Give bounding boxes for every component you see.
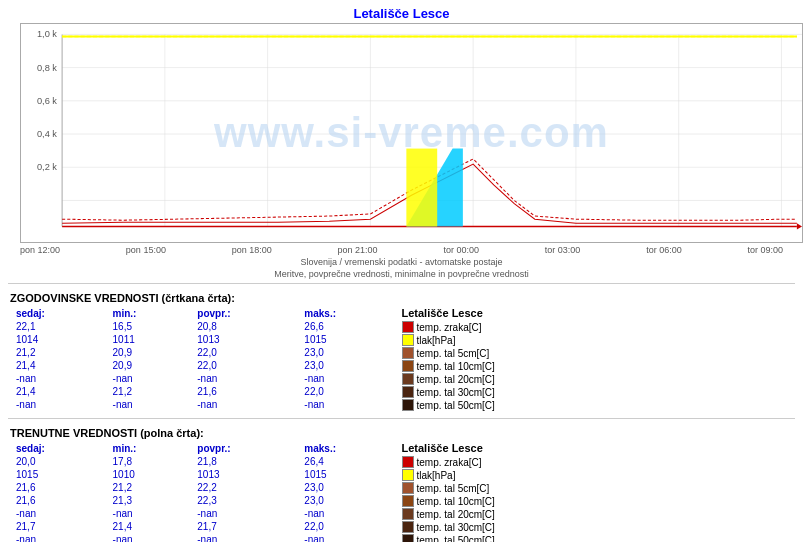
- table-cell: 21,7: [191, 520, 298, 533]
- table-cell: 23,0: [298, 481, 401, 494]
- x-label-5: tor 03:00: [545, 245, 581, 255]
- legend-item: temp. tal 10cm[C]: [402, 360, 794, 372]
- table-cell: -nan: [10, 372, 107, 385]
- chart-subtitle2: Meritve, povprečne vrednosti, minimalne …: [0, 269, 803, 279]
- legend-color: [402, 508, 414, 520]
- table-cell: 1010: [107, 468, 192, 481]
- historical-title: ZGODOVINSKE VREDNOSTI (črtkana črta):: [10, 292, 793, 304]
- current-table-col: sedaj: min.: povpr.: maks.: 20,017,821,8…: [10, 442, 402, 542]
- legend-label: temp. tal 5cm[C]: [417, 483, 490, 494]
- table-cell: -nan: [191, 507, 298, 520]
- svg-rect-25: [406, 149, 437, 227]
- legend-color: [402, 534, 414, 542]
- table-cell: 17,8: [107, 455, 192, 468]
- hist-header-3: maks.:: [298, 307, 401, 320]
- legend-label: tlak[hPa]: [417, 470, 456, 481]
- table-cell: -nan: [298, 507, 401, 520]
- table-cell: -nan: [298, 398, 401, 411]
- table-cell: 26,6: [298, 320, 401, 333]
- svg-text:0,2 k: 0,2 k: [37, 162, 57, 172]
- legend-color: [402, 386, 414, 398]
- table-cell: 21,8: [191, 455, 298, 468]
- table-cell: 22,2: [191, 481, 298, 494]
- table-cell: 21,4: [107, 520, 192, 533]
- legend-color: [402, 469, 414, 481]
- table-cell: -nan: [298, 372, 401, 385]
- table-cell: -nan: [191, 372, 298, 385]
- historical-section: ZGODOVINSKE VREDNOSTI (črtkana črta): se…: [0, 288, 803, 414]
- x-label-6: tor 06:00: [646, 245, 682, 255]
- legend-item: temp. zraka[C]: [402, 456, 794, 468]
- current-content: sedaj: min.: povpr.: maks.: 20,017,821,8…: [10, 442, 793, 542]
- table-cell: -nan: [107, 507, 192, 520]
- curr-header-3: maks.:: [298, 442, 401, 455]
- table-cell: -nan: [107, 372, 192, 385]
- table-cell: 21,7: [10, 520, 107, 533]
- x-label-2: pon 18:00: [232, 245, 272, 255]
- svg-text:1,0 k: 1,0 k: [37, 29, 57, 39]
- table-cell: 21,6: [10, 494, 107, 507]
- legend-label: tlak[hPa]: [417, 335, 456, 346]
- legend-label: temp. tal 50cm[C]: [417, 535, 495, 543]
- table-cell: -nan: [298, 533, 401, 542]
- table-cell: 22,0: [298, 520, 401, 533]
- table-cell: -nan: [10, 398, 107, 411]
- table-cell: -nan: [107, 398, 192, 411]
- svg-marker-21: [797, 223, 802, 229]
- legend-item: temp. tal 10cm[C]: [402, 495, 794, 507]
- legend-color: [402, 347, 414, 359]
- table-cell: 20,9: [107, 346, 192, 359]
- legend-item: temp. zraka[C]: [402, 321, 794, 333]
- divider1: [8, 283, 795, 284]
- legend-item: tlak[hPa]: [402, 334, 794, 346]
- table-cell: -nan: [10, 507, 107, 520]
- table-cell: -nan: [107, 533, 192, 542]
- table-cell: 22,3: [191, 494, 298, 507]
- legend-item: temp. tal 50cm[C]: [402, 399, 794, 411]
- current-legend-col: Letališče Lesce temp. zraka[C]tlak[hPa]t…: [402, 442, 794, 542]
- chart-area: www.si-vreme.com 1,0 k 0,8 k 0,6 k 0,4 k…: [0, 23, 803, 243]
- table-cell: 1015: [298, 333, 401, 346]
- hist-header-0: sedaj:: [10, 307, 107, 320]
- legend-label: temp. tal 30cm[C]: [417, 387, 495, 398]
- table-cell: 21,4: [10, 359, 107, 372]
- legend-color: [402, 521, 414, 533]
- historical-station: Letališče Lesce: [402, 307, 794, 319]
- legend-item: temp. tal 5cm[C]: [402, 482, 794, 494]
- legend-color: [402, 373, 414, 385]
- x-label-7: tor 09:00: [747, 245, 783, 255]
- table-cell: 20,0: [10, 455, 107, 468]
- legend-label: temp. tal 5cm[C]: [417, 348, 490, 359]
- legend-color: [402, 495, 414, 507]
- table-cell: 20,9: [107, 359, 192, 372]
- table-cell: 22,0: [191, 359, 298, 372]
- current-table: sedaj: min.: povpr.: maks.: 20,017,821,8…: [10, 442, 402, 542]
- table-cell: 26,4: [298, 455, 401, 468]
- chart-title: Letališče Lesce: [0, 0, 803, 23]
- legend-color: [402, 334, 414, 346]
- svg-text:0,8 k: 0,8 k: [37, 63, 57, 73]
- table-cell: -nan: [10, 533, 107, 542]
- table-cell: 1013: [191, 468, 298, 481]
- chart-inner: www.si-vreme.com 1,0 k 0,8 k 0,6 k 0,4 k…: [20, 23, 803, 243]
- table-cell: 22,1: [10, 320, 107, 333]
- legend-color: [402, 482, 414, 494]
- legend-item: temp. tal 5cm[C]: [402, 347, 794, 359]
- legend-label: temp. zraka[C]: [417, 457, 482, 468]
- legend-color: [402, 456, 414, 468]
- legend-item: temp. tal 20cm[C]: [402, 373, 794, 385]
- legend-item: temp. tal 20cm[C]: [402, 508, 794, 520]
- chart-svg: 1,0 k 0,8 k 0,6 k 0,4 k 0,2 k: [21, 24, 802, 242]
- historical-table: sedaj: min.: povpr.: maks.: 22,116,520,8…: [10, 307, 402, 411]
- hist-header-2: povpr.:: [191, 307, 298, 320]
- x-label-0: pon 12:00: [20, 245, 60, 255]
- legend-label: temp. zraka[C]: [417, 322, 482, 333]
- table-cell: 21,2: [107, 481, 192, 494]
- legend-color: [402, 321, 414, 333]
- historical-content: sedaj: min.: povpr.: maks.: 22,116,520,8…: [10, 307, 793, 412]
- legend-item: tlak[hPa]: [402, 469, 794, 481]
- current-title: TRENUTNE VREDNOSTI (polna črta):: [10, 427, 793, 439]
- table-cell: -nan: [191, 398, 298, 411]
- table-cell: 1011: [107, 333, 192, 346]
- x-label-1: pon 15:00: [126, 245, 166, 255]
